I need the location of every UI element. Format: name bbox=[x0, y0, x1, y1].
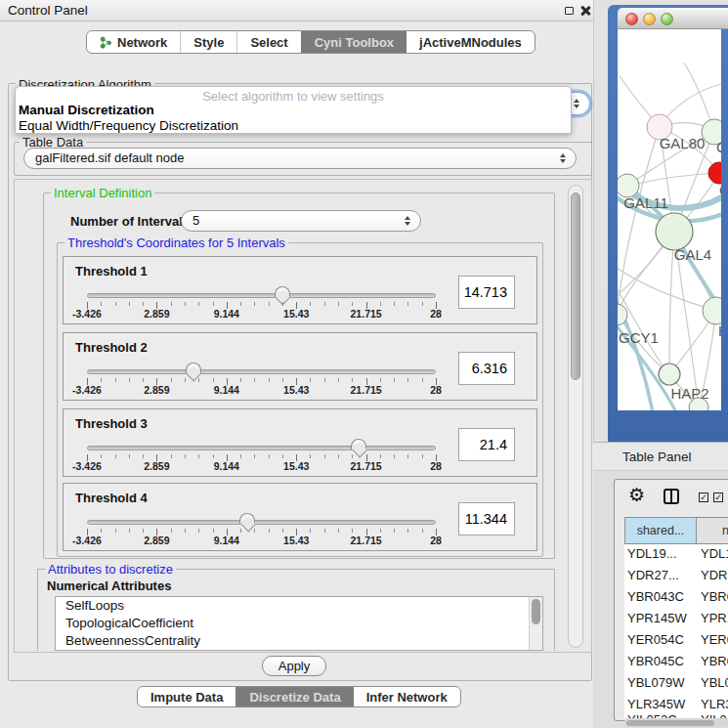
tick-label: 2.859 bbox=[144, 535, 169, 546]
node-label-clipped-mid: C bbox=[719, 182, 721, 198]
combo-arrows-icon bbox=[560, 153, 566, 163]
tick-label: 21.715 bbox=[351, 535, 382, 546]
tick-label: 2.859 bbox=[144, 460, 169, 472]
tab-cyni-toolbox[interactable]: Cyni Toolbox bbox=[301, 31, 407, 53]
tab-impute-data[interactable]: Impute Data bbox=[138, 687, 236, 707]
network-icon bbox=[100, 36, 112, 49]
slider-track[interactable] bbox=[87, 293, 436, 298]
tick-label: 21.715 bbox=[351, 308, 382, 320]
tick-label: 21.715 bbox=[351, 384, 382, 396]
number-of-intervals-combobox[interactable]: 5 bbox=[181, 210, 421, 232]
tab-discretize-data[interactable]: Discretize Data bbox=[236, 687, 353, 707]
numerical-attributes-list: SelfLoops TopologicalCoefficient Between… bbox=[55, 596, 543, 651]
control-panel-titlebar: Control Panel bbox=[0, 0, 598, 21]
node-label-gal80: GAL80 bbox=[660, 135, 706, 151]
table-row[interactable]: YPR145WYPR1 bbox=[624, 611, 728, 632]
column-header-shared-name[interactable]: shared... bbox=[624, 517, 697, 544]
checkbox-icon[interactable]: ✓ bbox=[699, 492, 708, 502]
node-label-gal11: GAL11 bbox=[623, 194, 668, 211]
gear-icon[interactable]: ⚙ bbox=[628, 484, 645, 506]
app-root: { "window": { "title": "Control Panel" }… bbox=[0, 0, 728, 728]
network-node-red[interactable] bbox=[708, 162, 721, 184]
zoom-traffic-light-icon[interactable] bbox=[661, 13, 673, 25]
algorithm-hint: Select algorithm to view settings bbox=[16, 89, 571, 104]
network-window-titlebar[interactable] bbox=[618, 8, 728, 29]
network-canvas[interactable]: GAL80 G C GAL11 GAL4 GCY1 H HAP2 bbox=[618, 29, 721, 410]
table-row[interactable]: YDL19...YDL1 bbox=[624, 546, 728, 568]
list-item[interactable]: BetweennessCentrality bbox=[56, 632, 542, 650]
network-node-gal4[interactable] bbox=[656, 213, 693, 250]
algorithm-option-equal-width[interactable]: Equal Width/Frequency Discretization bbox=[19, 118, 568, 133]
slider-track[interactable] bbox=[87, 446, 436, 450]
list-vertical-scrollbar[interactable] bbox=[529, 597, 542, 650]
float-window-icon[interactable] bbox=[565, 7, 574, 15]
scrollbar-thumb[interactable] bbox=[626, 720, 714, 726]
table-row[interactable]: YER054CYER0 bbox=[624, 632, 728, 654]
node-label-clipped-low: H bbox=[718, 322, 721, 339]
network-graph: GAL80 G C GAL11 GAL4 GCY1 H HAP2 bbox=[618, 29, 721, 410]
slider-thumb[interactable] bbox=[186, 363, 201, 373]
split-view-icon[interactable] bbox=[664, 489, 679, 504]
table-horizontal-scrollbar[interactable] bbox=[624, 718, 728, 727]
slider-thumb[interactable] bbox=[239, 513, 255, 524]
tick-label: 9.144 bbox=[214, 308, 239, 320]
tick-label: -3.426 bbox=[72, 535, 102, 546]
table-row[interactable]: YBL079WYBL0 bbox=[624, 675, 728, 697]
slider-track[interactable] bbox=[87, 369, 436, 374]
tab-network-label: Network bbox=[117, 35, 167, 50]
threshold-1-panel: Threshold 1 -3.426 2.859 9.144 15.43 21.… bbox=[63, 256, 537, 324]
table-row[interactable]: YDR27...YDR2 bbox=[624, 568, 728, 589]
numerical-attributes-label: Numerical Attributes bbox=[47, 578, 171, 593]
scrollbar-thumb[interactable] bbox=[571, 193, 580, 380]
tab-style[interactable]: Style bbox=[180, 31, 236, 53]
threshold-2-panel: Threshold 2 -3.426 2.859 9.144 15.43 21.… bbox=[63, 332, 537, 401]
node-label-gcy1: GCY1 bbox=[619, 329, 659, 346]
list-item[interactable]: TopologicalCoefficient bbox=[56, 615, 542, 632]
tab-jactivemnodules[interactable]: jActiveMNodules bbox=[407, 31, 535, 53]
close-traffic-light-icon[interactable] bbox=[625, 13, 638, 25]
tick-label: -3.426 bbox=[72, 308, 102, 320]
threshold-2-value-field[interactable]: 6.316 bbox=[458, 352, 515, 385]
threshold-3-value-field[interactable]: 21.4 bbox=[458, 428, 515, 461]
network-node-clipped-low[interactable] bbox=[703, 297, 721, 324]
thresholds-group-label: Threshold's Coordinates for 5 Intervals bbox=[64, 236, 288, 250]
threshold-4-value-field[interactable]: 11.344 bbox=[458, 502, 515, 535]
checkbox-icon[interactable]: ✓ bbox=[713, 492, 723, 502]
table-row[interactable]: YBR043CYBR0 bbox=[624, 589, 728, 611]
slider-track[interactable] bbox=[87, 520, 436, 525]
table-data-combobox[interactable]: galFiltered.sif default node bbox=[23, 148, 577, 169]
column-header-name[interactable]: n bbox=[697, 517, 728, 544]
tick-label: 28 bbox=[430, 535, 442, 546]
algorithm-option-manual[interactable]: Manual Discretization bbox=[19, 103, 568, 117]
tick-label: 9.144 bbox=[214, 384, 239, 396]
settings-vertical-scrollbar[interactable] bbox=[568, 185, 583, 648]
algorithm-dropdown-popup: Select algorithm to view settings Manual… bbox=[15, 86, 572, 134]
minimize-traffic-light-icon[interactable] bbox=[643, 13, 656, 25]
tab-network[interactable]: Network bbox=[87, 31, 180, 53]
slider-thumb[interactable] bbox=[275, 286, 290, 297]
tick-label: 28 bbox=[430, 384, 442, 396]
tab-infer-network[interactable]: Infer Network bbox=[354, 687, 460, 707]
apply-button[interactable]: Apply bbox=[262, 656, 326, 676]
threshold-4-panel: Threshold 4 -3.426 2.859 9.144 15.43 21.… bbox=[63, 483, 537, 551]
tick-label: -3.426 bbox=[72, 460, 102, 472]
close-icon[interactable] bbox=[579, 5, 591, 17]
slider-thumb[interactable] bbox=[351, 439, 366, 450]
list-item[interactable]: SelfLoops bbox=[56, 597, 542, 615]
number-of-intervals-label: Number of Intervals bbox=[70, 214, 190, 229]
network-node-hap2[interactable] bbox=[659, 364, 680, 385]
table-row[interactable]: YBR045CYBR0 bbox=[624, 654, 728, 675]
control-panel-tabbar: Network Style Select Cyni Toolbox jActiv… bbox=[86, 30, 535, 54]
bottom-tabbar: Impute Data Discretize Data Infer Networ… bbox=[137, 686, 461, 707]
tick-label: 21.715 bbox=[351, 460, 382, 472]
tab-select[interactable]: Select bbox=[236, 31, 300, 53]
scrollbar-thumb[interactable] bbox=[532, 599, 540, 624]
threshold-4-label: Threshold 4 bbox=[75, 491, 148, 505]
table-panel-title: Table Panel bbox=[622, 450, 692, 464]
attributes-group-label: Attributes to discretize bbox=[45, 562, 176, 577]
node-label-gal4: GAL4 bbox=[674, 246, 711, 263]
tick-label: 15.43 bbox=[283, 535, 309, 546]
tick-label: 9.144 bbox=[214, 535, 239, 546]
interval-definition-group-label: Interval Definition bbox=[51, 186, 154, 200]
threshold-1-value-field[interactable]: 14.713 bbox=[458, 276, 515, 309]
